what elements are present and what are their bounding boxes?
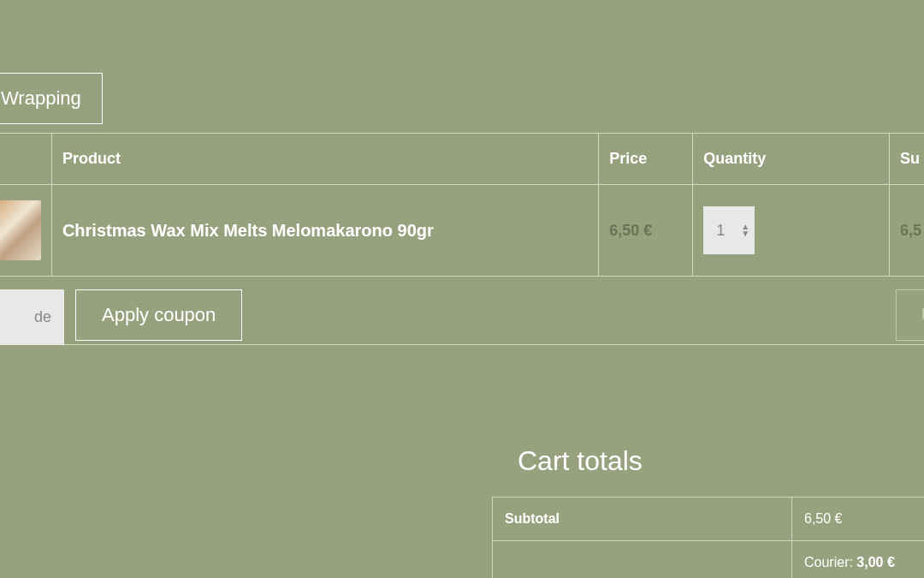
product-image[interactable] xyxy=(0,200,41,260)
cart-table: Product Price Quantity Su Christmas Wax … xyxy=(0,133,924,277)
cart-actions-row: Apply coupon Upda xyxy=(0,289,924,345)
product-name-cell: Christmas Wax Mix Melts Melomakarono 90g… xyxy=(51,185,598,277)
cart-totals-heading: Cart totals xyxy=(518,445,643,477)
col-header-price: Price xyxy=(599,134,693,185)
subtotal-label: Subtotal xyxy=(493,498,792,541)
subtotal-value: 6,50 € xyxy=(792,498,925,541)
update-cart-button[interactable]: Upda xyxy=(896,289,924,341)
cart-totals-table: Subtotal 6,50 € Courier: 3,00 € xyxy=(492,497,924,578)
col-header-thumb xyxy=(0,134,51,185)
col-header-quantity: Quantity xyxy=(693,134,890,185)
shipping-value-cell: Courier: 3,00 € xyxy=(792,541,925,579)
shipping-method-label: Courier: xyxy=(804,555,856,569)
wrapping-button[interactable]: Wrapping xyxy=(0,73,103,124)
coupon-code-input[interactable] xyxy=(0,289,64,345)
quantity-stepper[interactable]: ▲▼ xyxy=(703,206,755,254)
apply-coupon-button[interactable]: Apply coupon xyxy=(75,289,242,341)
product-subtotal-cell: 6,5 xyxy=(890,185,924,277)
product-thumb-cell xyxy=(0,185,51,277)
shipping-row: Courier: 3,00 € xyxy=(493,541,925,579)
subtotal-row: Subtotal 6,50 € xyxy=(493,498,925,541)
table-row: Christmas Wax Mix Melts Melomakarono 90g… xyxy=(0,185,924,277)
col-header-product: Product xyxy=(51,134,598,185)
product-price-cell: 6,50 € xyxy=(599,185,693,277)
col-header-subtotal: Su xyxy=(890,134,924,185)
stepper-arrows-icon[interactable]: ▲▼ xyxy=(741,223,749,237)
shipping-price: 3,00 € xyxy=(856,555,894,569)
table-header-row: Product Price Quantity Su xyxy=(0,134,924,185)
shipping-label-cell xyxy=(493,541,792,579)
product-quantity-cell: ▲▼ xyxy=(693,185,890,277)
product-name-link[interactable]: Christmas Wax Mix Melts Melomakarono 90g… xyxy=(62,221,434,240)
